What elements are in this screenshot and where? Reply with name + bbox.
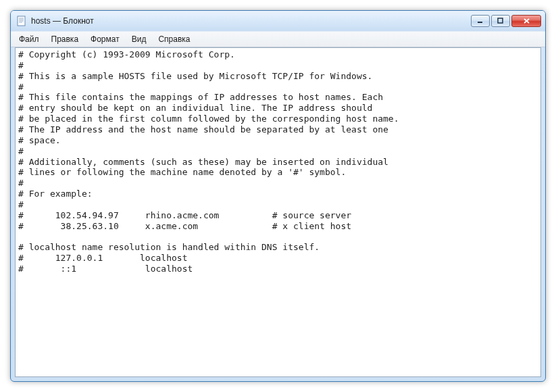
svg-rect-6: [498, 18, 503, 23]
notepad-icon: [16, 16, 27, 26]
close-icon: [523, 18, 530, 24]
minimize-button[interactable]: [471, 15, 490, 27]
menu-file[interactable]: Файл: [14, 33, 45, 45]
notepad-window: hosts — Блокнот Файл Правка Формат Вид С…: [10, 10, 546, 382]
maximize-icon: [497, 18, 504, 24]
menu-edit[interactable]: Правка: [46, 33, 84, 45]
maximize-button[interactable]: [491, 15, 510, 27]
window-title: hosts — Блокнот: [31, 16, 471, 26]
client-area: [15, 47, 541, 377]
menu-help[interactable]: Справка: [153, 33, 195, 45]
menubar: Файл Правка Формат Вид Справка: [11, 31, 545, 47]
titlebar[interactable]: hosts — Блокнот: [11, 11, 545, 31]
minimize-icon: [477, 18, 484, 24]
close-button[interactable]: [511, 15, 541, 27]
text-editor[interactable]: [16, 48, 540, 376]
menu-format[interactable]: Формат: [85, 33, 125, 45]
menu-view[interactable]: Вид: [126, 33, 152, 45]
window-controls: [471, 15, 541, 27]
